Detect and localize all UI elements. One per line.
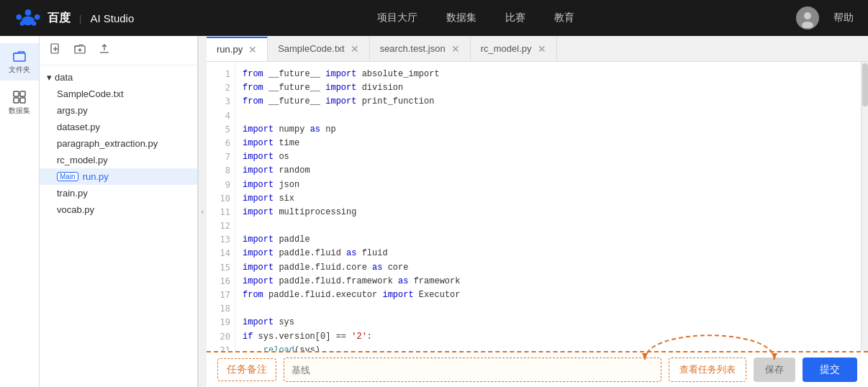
nav-competition[interactable]: 比赛 <box>505 8 525 28</box>
svg-point-7 <box>804 12 811 19</box>
save-btn[interactable]: 保存 <box>754 358 795 382</box>
tab-searchtestjson-close[interactable]: ✕ <box>451 43 460 55</box>
chevron-down-icon: ▾ <box>47 72 52 83</box>
avatar-icon <box>797 8 818 28</box>
tab-samplecode-label: SampleCode.txt <box>278 43 345 54</box>
topnav-right: 帮助 <box>796 6 854 29</box>
folder-icon <box>12 49 27 63</box>
tab-rcmodel[interactable]: rc_model.py ✕ <box>471 36 557 61</box>
new-folder-btn[interactable] <box>71 42 89 59</box>
svg-rect-9 <box>14 53 25 61</box>
svg-point-0 <box>17 14 22 20</box>
svg-point-1 <box>35 14 40 20</box>
tab-samplecode[interactable]: SampleCode.txt ✕ <box>268 36 370 61</box>
file-toolbar <box>40 36 197 65</box>
dataset-icon <box>12 90 27 104</box>
tab-runpy-label: run.py <box>217 44 243 55</box>
scrollbar-thumb[interactable] <box>862 63 868 106</box>
code-content[interactable]: from __future__ import absolute_import f… <box>235 62 861 351</box>
new-file-btn[interactable] <box>47 42 64 59</box>
file-rcmodel[interactable]: rc_model.py <box>40 152 197 168</box>
code-editor[interactable]: 1234 5678 9101112 13141516 17181920 2122… <box>207 62 868 351</box>
brand-logo: 百度 | AI Studio <box>14 7 134 29</box>
tab-searchtestjson-label: search.test.json <box>380 43 446 54</box>
baseline-input[interactable] <box>284 358 661 382</box>
baidu-logo-icon <box>14 7 42 29</box>
sidebar-datasets-label: 数据集 <box>9 106 30 116</box>
editor-area: run.py ✕ SampleCode.txt ✕ search.test.js… <box>207 36 868 387</box>
svg-rect-12 <box>14 98 19 103</box>
tab-samplecode-close[interactable]: ✕ <box>351 43 359 55</box>
tab-rcmodel-close[interactable]: ✕ <box>538 43 546 55</box>
tab-rcmodel-label: rc_model.py <box>481 43 532 54</box>
nav-datasets[interactable]: 数据集 <box>446 8 476 28</box>
nav-projects[interactable]: 项目大厅 <box>377 8 417 28</box>
sidebar-files-label: 文件夹 <box>9 65 30 75</box>
file-dataset[interactable]: dataset.py <box>40 119 197 135</box>
tab-runpy[interactable]: run.py ✕ <box>207 37 268 62</box>
file-args[interactable]: args.py <box>40 102 197 119</box>
topnav: 百度 | AI Studio 项目大厅 数据集 比赛 教育 帮助 <box>0 0 868 36</box>
user-avatar[interactable] <box>796 6 819 29</box>
divider-brand: | <box>79 13 81 24</box>
new-file-icon <box>50 43 61 55</box>
main-tag: Main <box>57 172 78 181</box>
file-samplecode[interactable]: SampleCode.txt <box>40 86 197 102</box>
file-panel: ▾ data SampleCode.txt args.py dataset.py… <box>40 36 198 387</box>
folder-data[interactable]: ▾ data <box>40 69 197 86</box>
tab-searchtestjson[interactable]: search.test.json ✕ <box>370 36 471 61</box>
svg-point-2 <box>25 9 32 16</box>
editor-scrollbar[interactable] <box>861 62 868 351</box>
svg-rect-13 <box>20 98 25 103</box>
upload-icon <box>99 43 110 55</box>
topnav-links: 项目大厅 数据集 比赛 教育 <box>155 8 796 28</box>
file-paragraph[interactable]: paragraph_extraction.py <box>40 135 197 152</box>
studio-text: AI Studio <box>90 12 134 24</box>
svg-rect-11 <box>20 91 25 96</box>
file-runpy[interactable]: Main run.py <box>40 168 197 185</box>
line-numbers: 1234 5678 9101112 13141516 17181920 2122… <box>207 62 235 351</box>
upload-btn[interactable] <box>96 42 113 59</box>
sidebar-item-files[interactable]: 文件夹 <box>0 43 39 81</box>
help-link[interactable]: 帮助 <box>833 12 854 24</box>
chevron-left-icon: ‹ <box>202 208 204 216</box>
nav-education[interactable]: 教育 <box>554 8 574 28</box>
file-trainpy[interactable]: train.py <box>40 185 197 201</box>
sidebar-item-datasets[interactable]: 数据集 <box>0 84 39 122</box>
folder-data-label: data <box>55 72 73 83</box>
brand-text: 百度 <box>48 11 71 26</box>
submit-btn[interactable]: 提交 <box>803 358 857 382</box>
file-tree: ▾ data SampleCode.txt args.py dataset.py… <box>40 65 197 387</box>
main-layout: 文件夹 数据集 <box>0 36 868 387</box>
task-note-label: 任务备注 <box>217 358 276 381</box>
file-vocabpy[interactable]: vocab.py <box>40 201 197 218</box>
editor-tabs: run.py ✕ SampleCode.txt ✕ search.test.js… <box>207 36 868 62</box>
new-folder-icon <box>74 43 86 55</box>
tab-runpy-close[interactable]: ✕ <box>248 44 257 55</box>
svg-point-4 <box>20 21 24 25</box>
sidebar-icons: 文件夹 数据集 <box>0 36 40 387</box>
svg-rect-10 <box>14 91 19 96</box>
svg-point-5 <box>32 21 36 25</box>
view-tasks-btn[interactable]: 查看任务列表 <box>669 358 746 382</box>
bottom-bar: 任务备注 查看任务列表 保存 提交 <box>207 351 868 387</box>
panel-collapse-handle[interactable]: ‹ <box>198 36 207 387</box>
